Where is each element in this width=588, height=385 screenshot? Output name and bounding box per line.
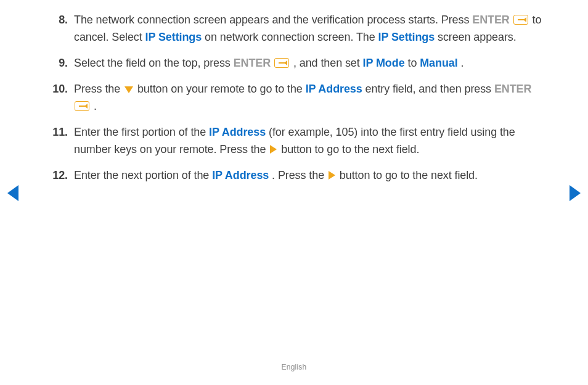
manual-label: Manual [420,57,457,69]
right-arrow-icon [329,171,335,180]
step-11: Enter the first portion of the IP Addres… [51,123,544,158]
ip-address-label: IP Address [209,126,266,138]
ip-mode-label: IP Mode [363,57,405,69]
text: to [407,57,420,69]
ip-settings-label: IP Settings [378,31,435,43]
text: . Press the [272,169,327,181]
step-10: Press the button on your remote to go to… [51,80,544,115]
enter-keyword: ENTER [472,14,510,26]
text: on network connection screen. The [205,31,378,43]
ip-address-label: IP Address [212,169,269,181]
text: button to go to the next field. [340,169,478,181]
ip-settings-label: IP Settings [145,31,202,43]
next-page-button[interactable] [570,185,581,201]
step-list: The network connection screen appears an… [51,11,544,184]
text: Enter the next portion of the [74,169,212,181]
text: , and then set [293,57,363,69]
enter-icon [274,58,289,68]
manual-page: The network connection screen appears an… [0,0,588,385]
text: . [461,57,464,69]
step-12: Enter the next portion of the IP Address… [51,167,544,184]
right-arrow-icon [270,145,277,154]
text: The network connection screen appears an… [74,14,472,26]
instruction-content: The network connection screen appears an… [51,11,544,192]
step-8: The network connection screen appears an… [51,11,544,46]
text: Enter the first portion of the [74,126,209,138]
enter-icon [513,15,528,25]
text: Select the field on the top, press [74,57,234,69]
text: entry field, and then press [365,83,494,95]
enter-keyword: ENTER [234,57,271,69]
text: Press the [74,83,123,95]
ip-address-label: IP Address [306,83,362,95]
enter-keyword: ENTER [494,83,532,95]
down-arrow-icon [125,86,133,93]
text: screen appears. [438,31,517,43]
enter-icon [75,101,89,111]
footer-language: English [0,363,588,371]
prev-page-button[interactable] [7,185,18,201]
text: . [94,100,97,112]
step-9: Select the field on the top, press ENTER… [51,54,544,72]
text: button to go to the next field. [281,143,419,155]
text: button on your remote to go to the [137,83,306,95]
